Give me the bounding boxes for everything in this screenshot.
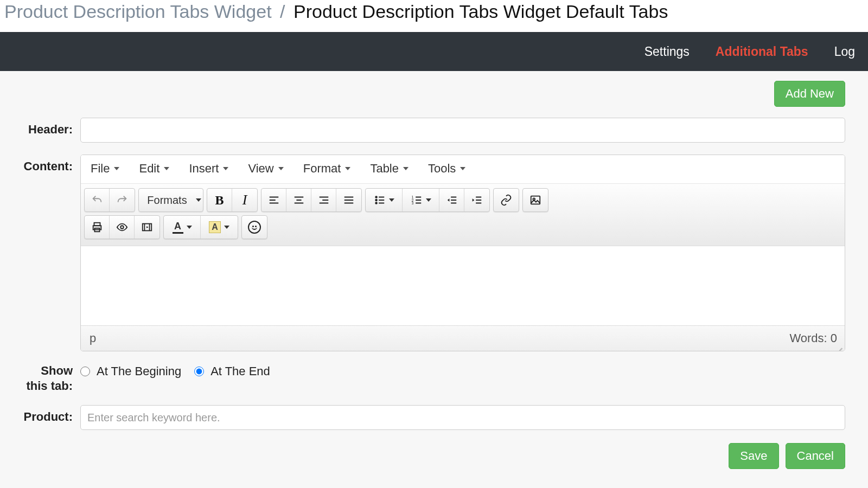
editor-toolbar: Formats B I: [81, 184, 845, 246]
align-right-button[interactable]: [311, 189, 336, 211]
menu-insert[interactable]: Insert: [189, 162, 228, 176]
indent-button[interactable]: [464, 189, 489, 211]
align-justify-icon: [343, 194, 355, 206]
menu-tools[interactable]: Tools: [428, 162, 465, 176]
bullet-list-button[interactable]: [366, 189, 403, 211]
align-left-button[interactable]: [261, 189, 286, 211]
menu-table[interactable]: Table: [370, 162, 409, 176]
svg-point-14: [375, 202, 377, 204]
align-left-icon: [268, 194, 280, 206]
italic-button[interactable]: I: [232, 189, 257, 211]
link-button[interactable]: [494, 189, 519, 211]
align-center-icon: [293, 194, 305, 206]
caret-icon: [278, 167, 284, 170]
caret-icon: [196, 198, 201, 202]
navbar: Settings Additional Tabs Log: [0, 32, 868, 71]
editor-path[interactable]: p: [90, 331, 96, 345]
save-button[interactable]: Save: [729, 443, 778, 469]
label-header: Header:: [23, 118, 80, 137]
undo-button[interactable]: [85, 189, 110, 211]
caret-icon: [223, 167, 228, 170]
product-search-input[interactable]: [80, 405, 845, 430]
svg-marker-39: [146, 226, 149, 228]
breadcrumb-separator: /: [277, 1, 288, 22]
numbered-list-icon: 123: [411, 194, 423, 206]
svg-rect-30: [531, 196, 540, 204]
eye-icon: [116, 221, 128, 233]
svg-point-13: [375, 200, 377, 201]
svg-text:3: 3: [411, 201, 413, 205]
undo-icon: [91, 194, 103, 206]
numbered-list-button[interactable]: 123: [403, 189, 439, 211]
nav-log[interactable]: Log: [821, 44, 868, 59]
media-button[interactable]: [135, 216, 159, 239]
label-product: Product:: [23, 405, 80, 425]
redo-icon: [116, 194, 128, 206]
preview-button[interactable]: [110, 216, 135, 239]
indent-icon: [471, 194, 483, 206]
svg-point-12: [375, 196, 377, 198]
editor-wordcount: Words: 0: [789, 331, 837, 345]
menu-format[interactable]: Format: [303, 162, 351, 176]
bullet-list-icon: [374, 194, 386, 206]
add-new-button[interactable]: Add New: [774, 81, 845, 107]
menu-view[interactable]: View: [248, 162, 283, 176]
emoticons-button[interactable]: [242, 216, 267, 239]
menu-edit[interactable]: Edit: [139, 162, 169, 176]
bold-icon: B: [215, 193, 224, 208]
italic-icon: I: [242, 192, 247, 208]
caret-icon: [345, 167, 350, 170]
print-button[interactable]: [85, 216, 110, 239]
breadcrumb: Product Description Tabs Widget / Produc…: [0, 0, 868, 32]
image-icon: [529, 194, 541, 206]
rich-text-editor: File Edit Insert View Format Table Tools: [80, 155, 845, 351]
background-color-icon: A: [209, 221, 221, 233]
smile-icon: [248, 221, 261, 234]
media-icon: [141, 221, 153, 233]
formats-dropdown[interactable]: Formats: [139, 189, 203, 211]
label-show-tab: Show this tab:: [23, 363, 80, 393]
breadcrumb-current: Product Description Tabs Widget Default …: [293, 1, 668, 22]
header-input[interactable]: [80, 118, 845, 143]
radio-at-end[interactable]: [194, 367, 204, 376]
svg-point-35: [120, 226, 124, 229]
caret-icon: [164, 167, 169, 170]
radio-at-beginning[interactable]: [80, 367, 90, 376]
editor-statusbar: p Words: 0: [81, 325, 845, 351]
caret-icon: [389, 198, 394, 202]
label-at-beginning[interactable]: At The Begining: [97, 364, 181, 378]
caret-icon: [224, 226, 229, 229]
text-color-icon: A: [173, 221, 183, 234]
align-right-icon: [318, 194, 330, 206]
text-color-button[interactable]: A: [164, 216, 201, 239]
label-at-end[interactable]: At The End: [210, 364, 270, 378]
nav-settings[interactable]: Settings: [631, 44, 703, 59]
editor-menubar: File Edit Insert View Format Table Tools: [81, 155, 845, 184]
redo-button[interactable]: [110, 189, 135, 211]
outdent-icon: [446, 194, 458, 206]
background-color-button[interactable]: A: [201, 216, 238, 239]
cancel-button[interactable]: Cancel: [786, 443, 845, 469]
caret-icon: [114, 167, 119, 170]
bold-button[interactable]: B: [207, 189, 232, 211]
menu-file[interactable]: File: [91, 162, 119, 176]
nav-additional-tabs[interactable]: Additional Tabs: [703, 44, 821, 59]
caret-icon: [460, 167, 465, 170]
outdent-button[interactable]: [439, 189, 464, 211]
label-content: Content:: [23, 155, 80, 174]
breadcrumb-parent[interactable]: Product Description Tabs Widget: [4, 1, 272, 22]
link-icon: [500, 194, 512, 206]
editor-body[interactable]: [81, 246, 845, 325]
align-center-button[interactable]: [286, 189, 311, 211]
print-icon: [91, 221, 103, 233]
align-justify-button[interactable]: [336, 189, 361, 211]
caret-icon: [187, 226, 192, 229]
resize-grip-icon[interactable]: [835, 341, 843, 349]
caret-icon: [403, 167, 409, 170]
image-button[interactable]: [523, 189, 548, 211]
caret-icon: [426, 198, 431, 202]
